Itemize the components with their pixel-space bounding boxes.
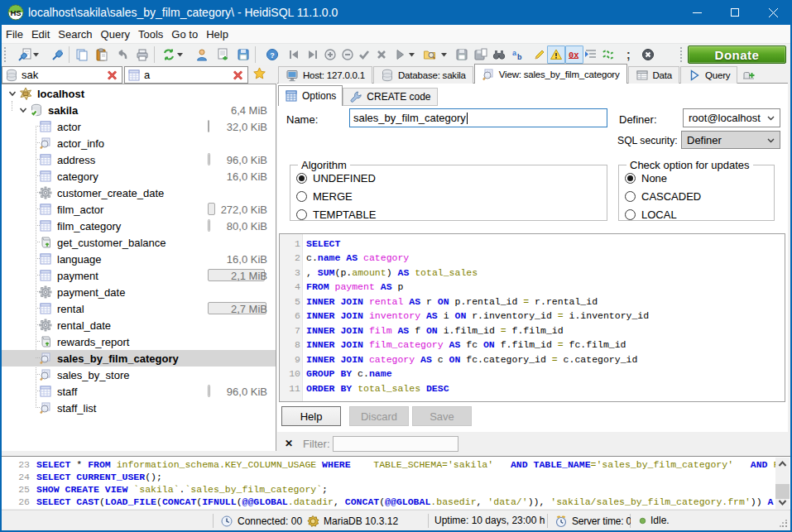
algorithm-radio-merge[interactable]: MERGE bbox=[296, 190, 353, 203]
menu-item-query[interactable]: Query bbox=[97, 25, 134, 43]
help-button[interactable]: Help bbox=[281, 406, 341, 426]
menu-item-help[interactable]: Help bbox=[202, 25, 233, 43]
maximize-button[interactable] bbox=[716, 0, 754, 25]
tree-item-sales_by_store[interactable]: sales_by_store bbox=[2, 367, 276, 383]
indent-button[interactable] bbox=[583, 47, 598, 62]
dropdown-caret-icon[interactable] bbox=[409, 53, 415, 57]
menu-item-tools[interactable]: Tools bbox=[134, 25, 167, 43]
user-manager-button[interactable] bbox=[194, 47, 209, 62]
radio-icon[interactable] bbox=[625, 209, 636, 220]
paste-button[interactable] bbox=[94, 47, 109, 62]
title-bar[interactable]: HS localhost\sakila\sales_by_film_catego… bbox=[0, 0, 792, 25]
apply-button[interactable] bbox=[357, 47, 372, 62]
minimize-button[interactable] bbox=[678, 0, 716, 25]
save-blue-button[interactable] bbox=[236, 47, 251, 62]
radio-icon[interactable] bbox=[625, 191, 636, 202]
radio-icon[interactable] bbox=[296, 173, 307, 184]
disconnect-button[interactable] bbox=[50, 47, 65, 62]
radio-icon[interactable] bbox=[296, 191, 307, 202]
tree-item-payment_date[interactable]: payment_date bbox=[2, 284, 276, 300]
algorithm-radio-undefined[interactable]: UNDEFINED bbox=[296, 172, 376, 185]
pencil-button[interactable] bbox=[532, 47, 547, 62]
delete-record-button[interactable] bbox=[340, 47, 355, 62]
tree-item-film_actor[interactable]: film_actor272,0 KiB bbox=[2, 201, 276, 218]
copy-button[interactable] bbox=[74, 47, 89, 62]
menu-item-go-to[interactable]: Go to bbox=[167, 25, 202, 43]
tree-item-sales_by_film_category[interactable]: sales_by_film_category bbox=[2, 350, 276, 367]
radio-icon[interactable] bbox=[296, 209, 307, 220]
favorites-star-icon[interactable] bbox=[253, 67, 266, 80]
tab-query[interactable]: Query bbox=[680, 66, 737, 84]
translate-button[interactable]: ab bbox=[511, 47, 526, 62]
tab-host[interactable]: Host: 127.0.0.1 bbox=[278, 66, 372, 84]
cancel-button[interactable] bbox=[374, 47, 389, 62]
save-button[interactable]: Save bbox=[412, 406, 472, 426]
binoculars-button[interactable] bbox=[492, 47, 506, 62]
radio-icon[interactable] bbox=[625, 173, 636, 184]
warning-button[interactable] bbox=[547, 46, 565, 64]
help-button[interactable]: ? bbox=[265, 47, 280, 62]
tree-item-rental_date[interactable]: rental_date bbox=[2, 317, 276, 333]
log-scrollbar[interactable] bbox=[775, 458, 790, 509]
tree-item-customer_create_date[interactable]: customer_create_date bbox=[2, 185, 276, 201]
format-button[interactable] bbox=[601, 47, 616, 62]
subtab-options[interactable]: Options bbox=[278, 85, 343, 106]
menu-item-file[interactable]: File bbox=[2, 25, 27, 43]
tree-item-get_customer_balance[interactable]: get_customer_balance bbox=[2, 234, 276, 251]
tree-item-rewards_report[interactable]: rewards_report bbox=[2, 333, 276, 350]
hex-button[interactable]: 0x bbox=[565, 46, 583, 64]
close-button[interactable] bbox=[754, 0, 792, 25]
sql-log[interactable]: 23SELECT * FROM information_schema.KEY_C… bbox=[2, 456, 790, 509]
folder-search-button[interactable] bbox=[422, 47, 437, 62]
add-record-button[interactable] bbox=[323, 47, 338, 62]
table-filter-input[interactable]: a bbox=[124, 66, 248, 84]
execute-button[interactable] bbox=[392, 47, 407, 62]
menu-item-search[interactable]: Search bbox=[54, 25, 96, 43]
clear-filter-icon[interactable] bbox=[232, 69, 245, 82]
save-button[interactable] bbox=[454, 47, 469, 62]
menu-item-edit[interactable]: Edit bbox=[27, 25, 54, 43]
donate-button[interactable]: Donate bbox=[688, 46, 786, 64]
tab-database[interactable]: Database: sakila bbox=[373, 66, 473, 84]
tree-item-staff_list[interactable]: staff_list bbox=[2, 400, 276, 416]
new-query-tab-button[interactable] bbox=[742, 69, 756, 82]
go-first-button[interactable] bbox=[286, 47, 301, 62]
definer-combobox[interactable]: root@localhost bbox=[683, 108, 780, 127]
tree-item-sakila[interactable]: sakila6,4 MiB bbox=[2, 102, 276, 118]
tree-item-category[interactable]: category16,0 KiB bbox=[2, 168, 276, 185]
tree-item-actor[interactable]: actor32,0 KiB bbox=[2, 118, 276, 135]
expand-chevron-icon[interactable] bbox=[19, 106, 27, 114]
dropdown-caret-icon[interactable] bbox=[441, 53, 447, 57]
tree-item-film_category[interactable]: film_category80,0 KiB bbox=[2, 218, 276, 234]
tab-view[interactable]: View: sales_by_film_category bbox=[474, 64, 627, 84]
resize-grip-icon[interactable] bbox=[780, 520, 788, 528]
sql-editor[interactable]: 1SELECT2c.name AS category3, SUM(p.amoun… bbox=[279, 233, 785, 402]
tree-item-language[interactable]: language16,0 KiB bbox=[2, 251, 276, 267]
undo-button[interactable] bbox=[115, 47, 130, 62]
view-name-input[interactable]: sales_by_film_category bbox=[349, 108, 607, 127]
tree-item-localhost[interactable]: localhost bbox=[2, 85, 276, 102]
stop-button[interactable] bbox=[641, 47, 655, 62]
go-last-button[interactable] bbox=[305, 47, 320, 62]
tree-item-actor_info[interactable]: actor_info bbox=[2, 135, 276, 151]
dropdown-caret-icon[interactable] bbox=[33, 53, 39, 57]
tree-item-rental[interactable]: rental2,7 MiB bbox=[2, 300, 276, 317]
tree-item-staff[interactable]: staff96,0 KiB bbox=[2, 383, 276, 400]
algorithm-radio-temptable[interactable]: TEMPTABLE bbox=[296, 208, 376, 221]
refresh-button[interactable] bbox=[161, 47, 176, 62]
tree-item-address[interactable]: address96,0 KiB bbox=[2, 151, 276, 168]
save-new-button[interactable] bbox=[473, 47, 488, 62]
tree-item-payment[interactable]: payment2,1 MiB bbox=[2, 267, 276, 284]
sql-security-combobox[interactable]: Definer bbox=[681, 131, 780, 149]
subtab-create-code[interactable]: CREATE code bbox=[343, 88, 437, 106]
semicolon-button[interactable]: ; bbox=[622, 47, 637, 62]
filter-input[interactable] bbox=[333, 436, 458, 452]
dropdown-caret-icon[interactable] bbox=[177, 53, 183, 57]
discard-button[interactable]: Discard bbox=[349, 406, 409, 426]
expand-chevron-icon[interactable] bbox=[8, 89, 17, 98]
check-option-radio-none[interactable]: None bbox=[625, 172, 667, 185]
clear-filter-icon[interactable] bbox=[106, 69, 119, 82]
print-button[interactable] bbox=[135, 47, 150, 62]
check-option-radio-cascaded[interactable]: CASCADED bbox=[625, 190, 701, 203]
check-option-radio-local[interactable]: LOCAL bbox=[625, 208, 677, 221]
